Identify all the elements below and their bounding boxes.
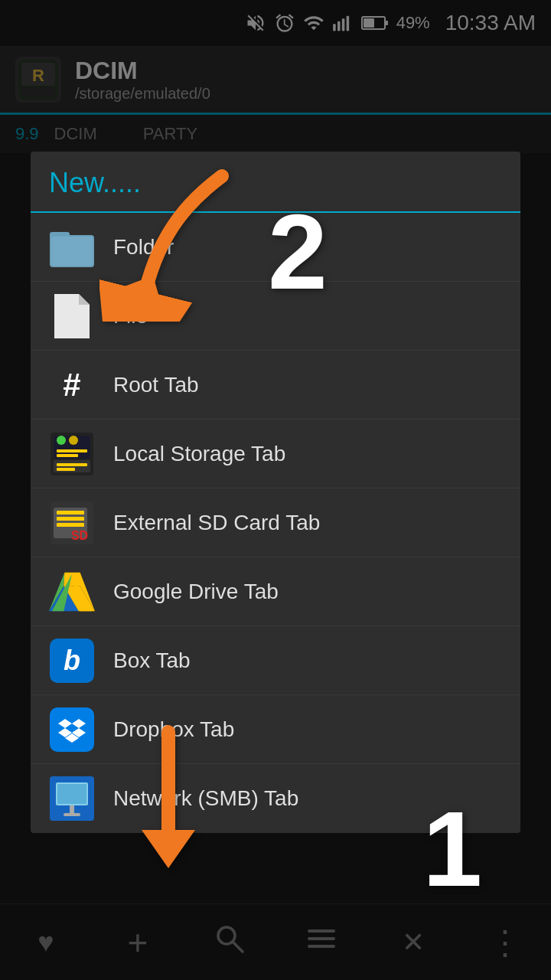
box-tab-item[interactable]: b Box Tab <box>31 626 520 695</box>
folder-label: Folder <box>113 235 174 260</box>
folder-item[interactable]: Folder <box>31 213 520 282</box>
svg-rect-29 <box>57 523 84 527</box>
google-drive-icon <box>49 569 95 615</box>
folder-icon <box>49 224 95 270</box>
google-drive-item[interactable]: Google Drive Tab <box>31 557 520 626</box>
new-dialog: New..... Folder File # Root Tab <box>31 152 520 833</box>
root-tab-item[interactable]: # Root Tab <box>31 351 520 420</box>
google-drive-label: Google Drive Tab <box>113 580 279 604</box>
network-tab-label: Network (SMB) Tab <box>113 786 298 811</box>
file-label: File <box>113 304 148 328</box>
dialog-title: New..... <box>49 167 141 198</box>
svg-rect-45 <box>70 805 74 813</box>
dropbox-tab-label: Dropbox Tab <box>113 717 234 742</box>
svg-point-18 <box>57 436 66 445</box>
svg-rect-27 <box>57 511 84 514</box>
box-tab-icon: b <box>49 638 95 684</box>
svg-rect-28 <box>57 517 84 521</box>
svg-marker-15 <box>79 294 90 305</box>
root-tab-label: Root Tab <box>113 373 199 397</box>
network-tab-item[interactable]: Network (SMB) Tab <box>31 764 520 833</box>
external-sd-icon: SD <box>49 500 95 546</box>
root-tab-icon: # <box>49 362 95 408</box>
file-item[interactable]: File <box>31 282 520 351</box>
file-icon <box>49 293 95 339</box>
dropbox-tab-icon <box>49 707 95 753</box>
svg-rect-46 <box>64 813 80 816</box>
external-sd-label: External SD Card Tab <box>113 511 320 535</box>
dialog-header: New..... <box>31 152 520 213</box>
network-tab-icon <box>49 776 95 822</box>
local-storage-icon <box>49 431 95 477</box>
svg-rect-44 <box>57 784 86 804</box>
external-sd-item[interactable]: SD External SD Card Tab <box>31 488 520 557</box>
svg-rect-23 <box>57 463 87 466</box>
svg-rect-24 <box>57 468 75 471</box>
dropbox-tab-item[interactable]: Dropbox Tab <box>31 695 520 764</box>
svg-rect-13 <box>51 237 93 266</box>
svg-text:SD: SD <box>71 529 88 542</box>
box-tab-label: Box Tab <box>113 648 191 673</box>
local-storage-item[interactable]: Local Storage Tab <box>31 420 520 488</box>
svg-rect-21 <box>57 454 78 457</box>
svg-point-19 <box>69 436 78 445</box>
local-storage-label: Local Storage Tab <box>113 442 285 466</box>
svg-rect-20 <box>57 449 87 452</box>
